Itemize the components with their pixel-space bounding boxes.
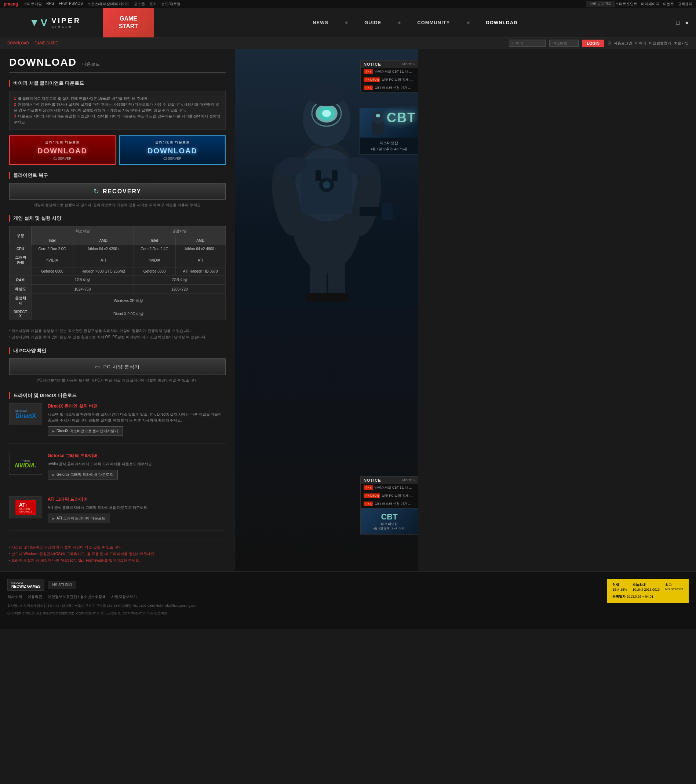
sysreq-col-min: 최소사양 — [31, 226, 134, 236]
directx-download-button[interactable]: ▶ DirectX 최소버전으로 온라인에서받기 — [48, 426, 123, 436]
notice-text-1: 바이퍼서클 CBT 1일차 출... — [374, 69, 414, 74]
notice-more-2[interactable]: MORE > — [402, 478, 415, 482]
res-label: 해상도 — [10, 285, 31, 294]
game-start-button[interactable]: GAME START — [103, 8, 154, 38]
mypage-link[interactable]: 마이페이지 — [641, 2, 659, 7]
today-value: 1019서 2013.0013 — [633, 587, 660, 592]
gpu-rec-intel: nVIDIA — [134, 253, 175, 267]
footer-terms[interactable]: 이용약관 — [28, 594, 42, 600]
notice-item-2[interactable]: [안내/추가] 실루 PC 실행 강세 배... — [361, 76, 418, 84]
nav-news[interactable]: NEWS — [313, 20, 328, 25]
notice2-item-1[interactable]: [안내] 바이퍼서클 CBT 1일차 출... — [361, 484, 418, 492]
dx-value: Direct X 9.0C 이상 — [31, 308, 226, 320]
start-point-link[interactable]: 스타트포인트 — [615, 2, 637, 7]
directx-desc: 시스템 및 네트워크 환경에 따라 설치시간이 다소 걸릴수 있습니다. Dir… — [48, 412, 226, 423]
cbt2-area[interactable]: CBT 테스터모집 4월 1일 오후 (9.4시까지) — [361, 508, 418, 534]
svg-rect-6 — [381, 203, 393, 220]
footer-note-3: • 드라이버 설치 시 새것이 나면 Microsoft .NET Framew… — [9, 557, 226, 564]
notice-more-1[interactable]: MORE > — [402, 63, 415, 66]
table-row: RAM 1GB 이상 2GB 이상 — [10, 275, 226, 285]
pmang-logo[interactable]: pmang — [4, 2, 18, 7]
notice-item-3[interactable]: [안내] CBT 테스터 신청 기간 연경 ... — [361, 84, 418, 92]
notice-badge-3: [안내] — [364, 86, 373, 90]
recovery-button[interactable]: ↻ recoverY — [9, 183, 226, 199]
quiz-banner[interactable]: 아바 빙고 퀴즈 — [586, 1, 615, 7]
footer-about[interactable]: 회사소개 — [7, 594, 22, 600]
table-row: 그래픽카드 nVIDIA ATI nVIDIA ATI — [10, 253, 226, 267]
sub-nav-right-links: ☑ 자동로그인 아이디 비밀번호찾기 회원가입 — [608, 41, 689, 46]
subnav-download[interactable]: DOWNLOAD — [7, 41, 29, 45]
nav-download[interactable]: DOWNLOAD — [486, 20, 518, 25]
support-link[interactable]: 고객센터 — [678, 2, 692, 7]
sysreq-table: 구분 최소사양 권장사양 Intel AMD Intel AMD CPU Cor… — [9, 226, 226, 320]
svg-rect-27 — [373, 128, 375, 136]
find-pw-link[interactable]: 비밀번호찾기 — [649, 41, 671, 46]
site-logo[interactable]: ▼V VIPER CIRCLE — [0, 8, 103, 38]
nav-guide[interactable]: GUIDE — [364, 20, 381, 25]
directx-title: DirectX 온라인 설치 버전 — [48, 403, 226, 409]
download-server2-button[interactable]: 클라이언트 다운로드 DOWNLOAD 02 SERVER — [119, 135, 226, 165]
res-rec: 1280×720 — [134, 285, 225, 294]
cbt-panel[interactable]: CBT 테스터모집 4월 1일 오후 (9.4시까지) — [360, 108, 418, 155]
sysreq-note-1: • 최소사양에 게임을 설행할 수 있는 최소전인 환경구성을 의미하며, 게임… — [9, 328, 226, 334]
register-link[interactable]: 회원가입 — [674, 41, 689, 46]
subnav-guide[interactable]: GAME GUIDE — [35, 41, 58, 45]
sysreq-col-spec: 구분 — [10, 226, 31, 245]
nvidia-download-button[interactable]: ▶ Geforce 그래픽 드라이버 다운로드 — [48, 470, 118, 479]
notice2-item-2[interactable]: [안내/추가] 실루 PC 실행 강세 배... — [361, 492, 418, 500]
arrow-icon: ▶ — [53, 430, 54, 433]
notice2-badge-2: [안내/추가] — [364, 493, 380, 498]
cbt2-label: 테스터모집 — [364, 522, 414, 527]
notice-panel-2: NOTICE MORE > [안내] 바이퍼서클 CBT 1일차 출... [안… — [360, 476, 418, 535]
server2-text: DOWNLOAD — [147, 147, 197, 155]
download-server1-button[interactable]: 클라이언트 다운로드 DOWNLOAD 01 SERVER — [9, 135, 115, 165]
download-description: 1클 플레이어로 다운로드 및 설치 전에 연결사항은 DirectX 버전을 … — [9, 91, 226, 130]
footer-notes: • 시스템 및 네트워크 사정에 따라 설치 시간이 다소 걸릴 수 있습니다.… — [9, 540, 226, 564]
server1-tag: 01 SERVER — [53, 156, 71, 160]
svg-rect-21 — [332, 170, 338, 181]
nvidia-brand: nVidia — [15, 459, 37, 462]
recovery-section-title: 클라이언트 복구 — [9, 172, 226, 179]
quiz-icon: 아바 빙고 퀴즈 — [586, 1, 615, 7]
footer-copyright: ⓒ VIPER CIRCLE, ALL RIGHTS RESERVED. COP… — [7, 611, 197, 616]
id-input[interactable] — [509, 40, 546, 46]
ati-download-button[interactable]: ▶ ATI 그래픽 드라이버 다운로드 — [48, 514, 110, 523]
ati-info: ATI 그래픽 드라이버 ATI 공식 홈페이지에서 그래픽 드라이버를 다운로… — [48, 496, 226, 523]
notice2-item-3[interactable]: [안내] CBT 테스터 신청 기간 연경 ... — [361, 500, 418, 508]
reg-label: 등록일자 — [612, 595, 625, 598]
svg-rect-7 — [310, 255, 327, 299]
pc-icon: ▭ — [95, 364, 100, 370]
directx-info: DirectX 온라인 설치 버전 시스템 및 네트워크 환경에 따라 설치시간… — [48, 403, 226, 436]
menu-sports[interactable]: 스포츠/레이싱/레이케이드 — [87, 2, 130, 7]
logo-v-mark: ▼V — [29, 17, 48, 29]
pw-input[interactable] — [549, 40, 579, 46]
notice2-text-1: 바이퍼서클 CBT 1일차 출... — [374, 485, 414, 490]
arrow-icon: ▶ — [53, 473, 54, 476]
notice-item-1[interactable]: [안내] 바이퍼서클 CBT 1일차 출... — [361, 68, 418, 76]
pc-check-button[interactable]: ▭ PC 사양 분석기 — [9, 358, 226, 375]
ati-driver-item: ATi RADEON GRAPHICS ATI 그래픽 드라이버 ATI 공식 … — [9, 496, 226, 531]
page-title-area: DOWNLOAD 다운로드 — [9, 56, 226, 72]
footer-bizinfo[interactable]: 사업자정보보기 — [111, 594, 137, 600]
events-link[interactable]: 이벤트 — [663, 2, 674, 7]
max-value: NS STUDIO — [665, 587, 683, 591]
ati-sub-text: RADEON — [19, 508, 33, 510]
mobile-icon[interactable]: □ — [676, 20, 680, 26]
nav-community[interactable]: COMMUNITY — [417, 20, 450, 25]
menu-board[interactable]: 보드/캐주얼 — [161, 2, 180, 7]
menu-fps[interactable]: FPS/TPS/AOS — [59, 2, 83, 7]
menu-start[interactable]: 스타트게임 — [23, 2, 42, 7]
find-id-link[interactable]: 아이디 — [635, 41, 646, 46]
footer-privacy[interactable]: 개인정보보호관련 / 청소년보호정책 — [48, 594, 106, 600]
menu-rpg[interactable]: RPG — [46, 2, 54, 7]
gpu-rec-amd: ATI — [175, 253, 225, 267]
menu-poker[interactable]: 포커 — [149, 2, 157, 7]
menu-hwatu[interactable]: 고스톱 — [134, 2, 145, 7]
gpu-min-intel-model: Geforce 6800 — [31, 267, 73, 275]
nvidia-desc: nVidia 공식 홈페이지에서 그래픽 드라이버를 다운로드 해주세요. — [48, 461, 226, 467]
login-button[interactable]: LOGIN — [582, 40, 604, 47]
auto-login-check[interactable]: ☑ — [608, 41, 611, 45]
user-icon[interactable]: ● — [685, 20, 689, 26]
cbt-image: CBT — [360, 108, 418, 138]
footer-right: 현재 15서 18% 오늘최대 1019서 2013.0013 최고 NS ST… — [607, 579, 689, 616]
